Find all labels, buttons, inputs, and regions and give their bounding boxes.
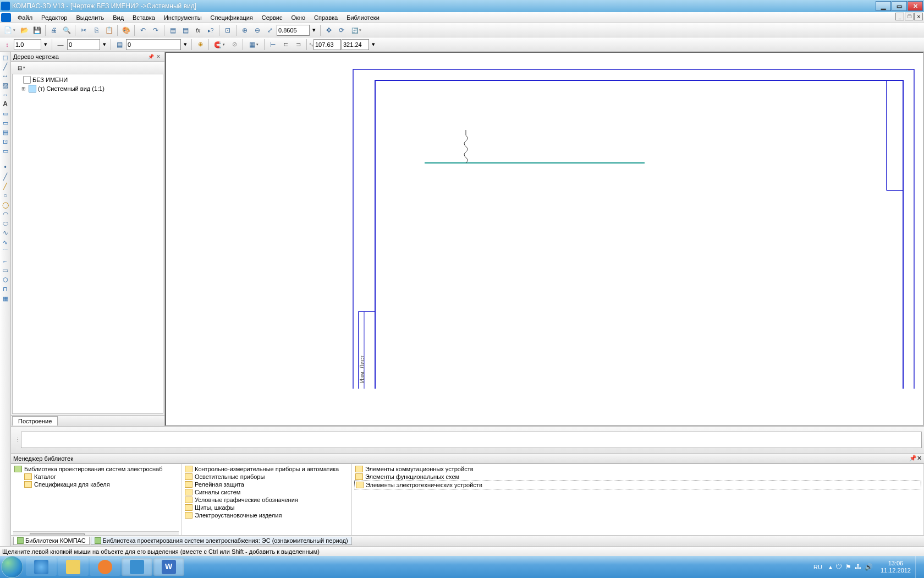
taskbar-explorer[interactable]: [58, 558, 89, 576]
tree-root-node[interactable]: БЕЗ ИМЕНИ: [14, 75, 162, 84]
tray-flag-icon[interactable]: ⚑: [845, 563, 851, 571]
coord-dropdown[interactable]: ▾: [370, 39, 377, 51]
print-button[interactable]: [48, 24, 60, 36]
tray-volume-icon[interactable]: 🔊: [865, 563, 873, 571]
taskbar-ie[interactable]: [26, 558, 57, 576]
geometry-button[interactable]: [1, 62, 10, 71]
ellipse-tool-button[interactable]: ◯: [1, 200, 10, 209]
cursor-step-button[interactable]: ↕: [1, 39, 13, 51]
snap-toggle-button[interactable]: [211, 39, 228, 51]
hatch-button[interactable]: [1, 81, 10, 90]
drawing-canvas[interactable]: Изм. Лист: [165, 52, 924, 426]
new-button[interactable]: [1, 24, 18, 36]
app-menu-icon[interactable]: [1, 13, 11, 22]
zoom-fit-button[interactable]: [264, 24, 276, 36]
copy-button[interactable]: [90, 24, 102, 36]
menu-window[interactable]: Окно: [287, 13, 310, 22]
offset-tool-button[interactable]: ⊓: [1, 285, 10, 293]
zoom-dropdown[interactable]: ▾: [310, 24, 318, 36]
mdi-minimize-button[interactable]: _: [895, 13, 904, 20]
list-item[interactable]: Осветительные приборы: [184, 473, 349, 481]
taskbar-kompas[interactable]: [122, 558, 152, 576]
menu-service[interactable]: Сервис: [257, 13, 287, 22]
format-painter-button[interactable]: [120, 24, 132, 36]
list-item[interactable]: Щиты, шкафы: [184, 504, 349, 511]
menu-insert[interactable]: Вставка: [128, 13, 160, 22]
lib-tab-electro[interactable]: Библиотека проектирования систем электро…: [91, 537, 352, 545]
show-desktop-button[interactable]: [915, 556, 923, 578]
language-indicator[interactable]: RU: [810, 564, 826, 570]
dimensions-button[interactable]: [1, 72, 10, 80]
window-maximize-button[interactable]: [892, 1, 907, 11]
coord-y-input[interactable]: [342, 39, 369, 50]
menu-tools[interactable]: Инструменты: [160, 13, 206, 22]
list-item[interactable]: Элементы коммутационных устройств: [354, 465, 921, 473]
ellipse2-tool-button[interactable]: [1, 219, 10, 228]
save-button[interactable]: [31, 24, 43, 36]
layers-button-2[interactable]: [179, 24, 191, 36]
layer-select-button[interactable]: [113, 39, 125, 51]
paste-button[interactable]: [103, 24, 115, 36]
redo-button[interactable]: [150, 24, 162, 36]
libmgr-pin-button[interactable]: 📌: [909, 455, 917, 462]
arc2-tool-button[interactable]: [1, 210, 10, 219]
scrollbar-thumb[interactable]: [30, 533, 85, 535]
zoom-in-button[interactable]: [239, 24, 251, 36]
menu-view[interactable]: Вид: [108, 13, 128, 22]
symbols-button-2[interactable]: ▭: [1, 118, 10, 127]
list-item[interactable]: Элементы функциональных схем: [354, 473, 921, 481]
equidist-tool-button[interactable]: ▦: [1, 294, 10, 303]
circle-tool-button[interactable]: [1, 191, 10, 200]
help-context-button[interactable]: [205, 24, 217, 36]
style-dropdown[interactable]: ▾: [101, 39, 108, 51]
zoom-value-input[interactable]: [277, 25, 310, 36]
rotate-view-button[interactable]: [336, 24, 348, 36]
layers-button-1[interactable]: [167, 24, 179, 36]
tray-up-icon[interactable]: ▴: [829, 563, 832, 571]
chamfer-tool-button[interactable]: ⌐: [1, 257, 10, 265]
symbols-button[interactable]: ▭: [1, 109, 10, 118]
line-style-input[interactable]: [67, 39, 100, 50]
tray-network-icon[interactable]: 🖧: [855, 563, 861, 571]
list-item[interactable]: Релейная защита: [184, 481, 349, 488]
zoom-out-button[interactable]: [251, 24, 263, 36]
list-item[interactable]: Сигналы систем: [184, 488, 349, 496]
window-minimize-button[interactable]: [876, 1, 891, 11]
spline-tool-button[interactable]: [1, 228, 10, 237]
prop-handle-left[interactable]: ⋮: [13, 437, 21, 443]
tree-content[interactable]: БЕЗ ИМЕНИ ⊞ (т) Системный вид (1:1): [12, 74, 163, 414]
lib-tree-root[interactable]: Библиотека проектирования систем электро…: [13, 465, 179, 473]
contour-tool-button[interactable]: ⬡: [1, 275, 10, 284]
window-close-button[interactable]: [908, 1, 923, 11]
spline2-tool-button[interactable]: ∿: [1, 238, 10, 247]
tree-tab-construction[interactable]: Построение: [12, 416, 58, 426]
round-button-2[interactable]: ⊐: [292, 39, 304, 51]
preview-button[interactable]: [61, 24, 73, 36]
variables-button[interactable]: [192, 24, 204, 36]
list-item-selected[interactable]: Элементы электротехнических устройств: [354, 481, 921, 489]
line-style-button[interactable]: —: [54, 39, 67, 51]
local-cs-button[interactable]: ⊕: [194, 39, 206, 51]
lib-tab-kompas[interactable]: Библиотеки КОМПАС: [13, 537, 90, 545]
step-dropdown[interactable]: ▾: [42, 39, 50, 51]
library-list-column-2[interactable]: Элементы коммутационных устройств Элемен…: [352, 464, 924, 535]
select-tool-button[interactable]: ⬚: [1, 53, 10, 62]
open-button[interactable]: [18, 24, 30, 36]
libmgr-close-button[interactable]: ✕: [917, 455, 922, 462]
library-tree-column[interactable]: Библиотека проектирования систем электро…: [11, 464, 182, 535]
list-item[interactable]: Контрольно-измерительные приборы и автом…: [184, 465, 349, 473]
menu-editor[interactable]: Редактор: [37, 13, 72, 22]
views-button[interactable]: ▭: [1, 146, 10, 155]
undo-button[interactable]: [137, 24, 149, 36]
tree-view-node[interactable]: ⊞ (т) Системный вид (1:1): [14, 84, 162, 93]
lib-tree-item[interactable]: Спецификация для кабеля: [13, 481, 179, 488]
round-button[interactable]: ⊏: [279, 39, 292, 51]
arc-tool-button[interactable]: ╱: [1, 182, 10, 190]
taskbar-word[interactable]: W: [153, 558, 184, 576]
lib-scrollbar[interactable]: [13, 531, 179, 535]
layer-dropdown[interactable]: ▾: [182, 39, 189, 51]
zoom-window-button[interactable]: [222, 24, 234, 36]
property-input-area[interactable]: [21, 432, 922, 448]
line-tool-button[interactable]: [1, 172, 10, 181]
cursor-step-input[interactable]: [14, 39, 41, 50]
